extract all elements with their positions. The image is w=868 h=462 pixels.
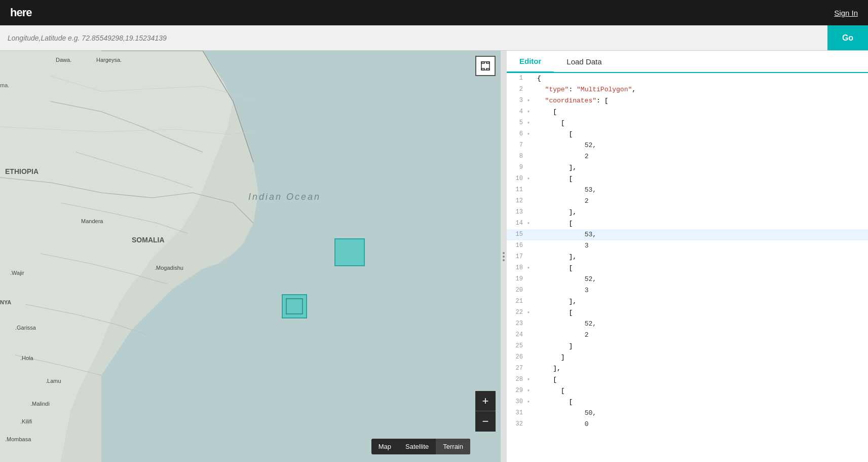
code-line-21[interactable]: 21 ],	[507, 296, 868, 307]
line-toggle[interactable]: ▾	[527, 129, 535, 137]
line-content: 52,	[535, 319, 868, 328]
line-number: 10	[507, 174, 527, 182]
line-toggle[interactable]: ▾	[527, 397, 535, 405]
zoom-controls: + −	[475, 391, 496, 432]
search-bar: Go	[0, 25, 868, 51]
line-content: 50,	[535, 408, 868, 417]
line-toggle[interactable]: ▾	[527, 107, 535, 115]
code-line-14[interactable]: 14▾ [	[507, 218, 868, 229]
code-line-5[interactable]: 5▾ [	[507, 118, 868, 129]
code-line-15[interactable]: 15 53,	[507, 229, 868, 240]
code-line-12[interactable]: 12 2	[507, 196, 868, 207]
code-line-11[interactable]: 11 53,	[507, 185, 868, 196]
map-area[interactable]: Dawa. Hargeysa. ma. ETHIOPIA Mandera SOM…	[0, 51, 501, 462]
go-button[interactable]: Go	[827, 25, 868, 50]
line-toggle	[527, 85, 535, 86]
line-toggle[interactable]: ▾	[527, 174, 535, 182]
line-toggle[interactable]: ▾	[527, 308, 535, 315]
line-number: 3	[507, 96, 527, 104]
line-content: ]	[535, 341, 868, 350]
code-line-7[interactable]: 7 52,	[507, 140, 868, 151]
line-content: [	[535, 219, 868, 227]
search-input[interactable]	[0, 25, 827, 50]
line-toggle	[527, 330, 535, 332]
tab-editor[interactable]: Editor	[507, 51, 554, 73]
line-toggle	[527, 419, 535, 421]
line-toggle	[527, 408, 535, 410]
code-line-26[interactable]: 26 ]	[507, 352, 868, 363]
code-line-3[interactable]: 3▾ "coordinates": [	[507, 95, 868, 106]
fullscreen-icon	[480, 61, 490, 71]
code-line-2[interactable]: 2 "type": "MultiPolygon",	[507, 84, 868, 95]
map-type-map[interactable]: Map	[371, 439, 398, 454]
line-toggle	[527, 352, 535, 354]
code-line-17[interactable]: 17 ],	[507, 252, 868, 263]
code-line-8[interactable]: 8 2	[507, 151, 868, 162]
panel-divider[interactable]	[501, 51, 507, 462]
line-number: 5	[507, 118, 527, 126]
zoom-in-button[interactable]: +	[475, 391, 496, 411]
code-line-18[interactable]: 18▾ [	[507, 263, 868, 274]
code-line-28[interactable]: 28▾ [	[507, 374, 868, 385]
line-toggle[interactable]: ▾	[527, 263, 535, 271]
line-toggle[interactable]: ▾	[527, 386, 535, 394]
code-line-16[interactable]: 16 3	[507, 240, 868, 252]
code-line-24[interactable]: 24 2	[507, 330, 868, 341]
line-content: [	[535, 386, 868, 395]
code-line-20[interactable]: 20 3	[507, 285, 868, 296]
line-number: 27	[507, 364, 527, 372]
code-line-31[interactable]: 31 50,	[507, 408, 868, 419]
code-line-32[interactable]: 32 0	[507, 419, 868, 430]
line-number: 2	[507, 85, 527, 93]
line-toggle[interactable]: ▾	[527, 118, 535, 126]
code-line-13[interactable]: 13 ],	[507, 207, 868, 218]
code-line-9[interactable]: 9 ],	[507, 162, 868, 173]
header: here Sign In	[0, 0, 868, 25]
line-content: 53,	[535, 230, 868, 238]
code-line-19[interactable]: 19 52,	[507, 274, 868, 285]
line-toggle	[527, 230, 535, 231]
map-type-terrain[interactable]: Terrain	[436, 439, 470, 454]
line-toggle[interactable]: ▾	[527, 96, 535, 103]
code-line-29[interactable]: 29▾ [	[507, 385, 868, 397]
code-line-6[interactable]: 6▾ [	[507, 129, 868, 140]
line-content: ],	[535, 207, 868, 216]
line-number: 6	[507, 129, 527, 137]
line-number: 29	[507, 386, 527, 394]
line-toggle[interactable]: ▾	[527, 375, 535, 382]
line-toggle	[527, 152, 535, 153]
line-content: 0	[535, 419, 868, 428]
code-line-23[interactable]: 23 52,	[507, 318, 868, 330]
line-number: 30	[507, 397, 527, 405]
line-number: 13	[507, 207, 527, 216]
line-toggle[interactable]: ▾	[527, 219, 535, 226]
line-content: 52,	[535, 140, 868, 149]
line-content: ],	[535, 364, 868, 372]
line-number: 31	[507, 408, 527, 416]
line-number: 21	[507, 297, 527, 305]
line-content: 2	[535, 330, 868, 339]
main-area: Dawa. Hargeysa. ma. ETHIOPIA Mandera SOM…	[0, 51, 868, 462]
code-line-27[interactable]: 27 ],	[507, 363, 868, 374]
tab-load-data[interactable]: Load Data	[554, 51, 614, 72]
sign-in-link[interactable]: Sign In	[834, 9, 858, 17]
line-number: 16	[507, 241, 527, 249]
zoom-out-button[interactable]: −	[475, 411, 496, 432]
line-content: [	[535, 308, 868, 316]
line-toggle	[527, 74, 535, 75]
code-line-1[interactable]: 1 {	[507, 73, 868, 84]
line-number: 18	[507, 263, 527, 271]
code-editor[interactable]: 1 {2 "type": "MultiPolygon",3▾ "coordina…	[507, 73, 868, 462]
line-toggle	[527, 241, 535, 242]
line-number: 23	[507, 319, 527, 327]
editor-tabs: Editor Load Data	[507, 51, 868, 73]
code-line-4[interactable]: 4▾ [	[507, 106, 868, 118]
fullscreen-button[interactable]	[475, 56, 496, 76]
line-content: ],	[535, 297, 868, 305]
code-line-10[interactable]: 10▾ [	[507, 173, 868, 185]
code-line-25[interactable]: 25 ]	[507, 341, 868, 352]
code-line-22[interactable]: 22▾ [	[507, 307, 868, 318]
map-type-satellite[interactable]: Satellite	[398, 439, 436, 454]
code-line-30[interactable]: 30▾ [	[507, 397, 868, 408]
line-toggle	[527, 196, 535, 198]
